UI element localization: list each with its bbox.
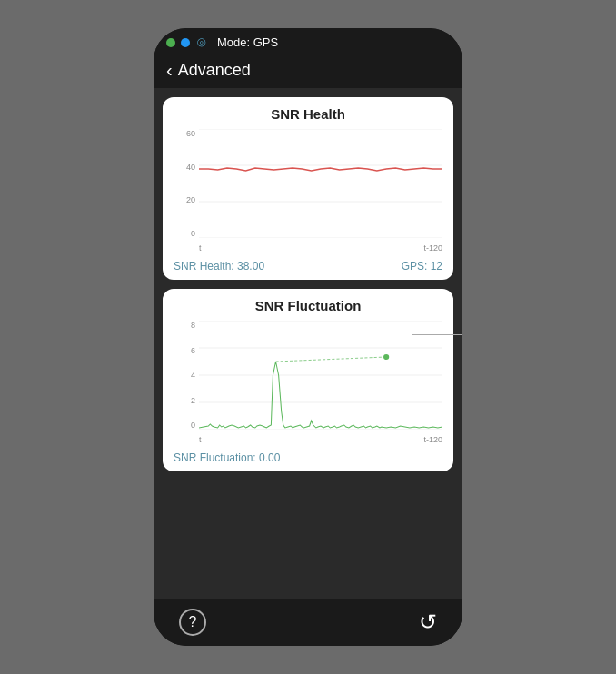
snr-fluctuation-wrapper: SNR Fluctuation 8 6 4 2 0 — [163, 289, 453, 471]
svg-line-9 — [276, 357, 387, 362]
back-chevron-icon: ‹ — [166, 60, 173, 81]
x-label-t120: t-120 — [423, 243, 442, 253]
bottom-bar: ? ↺ — [154, 599, 462, 646]
snr-fluctuation-svg — [199, 321, 442, 430]
svg-point-10 — [383, 354, 389, 360]
bluetooth-icon: ⦾ — [197, 36, 206, 49]
mode-text: Mode: GPS — [217, 35, 278, 49]
snr-health-y-labels: 60 40 20 0 — [174, 129, 199, 238]
back-label: Advanced — [178, 61, 251, 80]
y-label-6: 6 — [191, 346, 195, 355]
y-label-60: 60 — [186, 129, 195, 138]
snr-fluctuation-footer-left: SNR Fluctuation: 0.00 — [174, 451, 280, 464]
status-bar: ⦾ Mode: GPS — [154, 28, 462, 56]
x-label-t1202: t-120 — [423, 435, 442, 444]
snr-fluctuation-chart: 8 6 4 2 0 — [174, 321, 442, 448]
snr-health-footer-left: SNR Health: 38.00 — [174, 260, 264, 273]
refresh-button[interactable]: ↺ — [419, 610, 437, 635]
snr-health-footer: SNR Health: 38.00 GPS: 12 — [174, 260, 442, 273]
status-dot-blue — [181, 38, 190, 47]
y-label-0: 0 — [191, 229, 195, 238]
snr-health-footer-right: GPS: 12 — [402, 260, 442, 273]
snr-health-x-labels: t t-120 — [199, 240, 442, 256]
y-label-8: 8 — [191, 321, 195, 330]
snr-fluctuation-x-labels: t t-120 — [199, 431, 442, 448]
back-button[interactable]: ‹ Advanced — [166, 60, 251, 81]
status-dot-green — [166, 38, 175, 47]
x-label-t: t — [199, 243, 202, 253]
snr-fluctuation-y-labels: 8 6 4 2 0 — [174, 321, 199, 430]
snr-health-svg — [199, 129, 442, 238]
snr-fluctuation-footer: SNR Fluctuation: 0.00 — [174, 451, 442, 464]
phone-frame: ⦾ Mode: GPS ‹ Advanced SNR Health 60 40 … — [154, 28, 462, 646]
x-label-t2: t — [199, 435, 202, 444]
snr-health-title: SNR Health — [174, 106, 442, 122]
snr-health-chart: 60 40 20 0 — [174, 129, 442, 256]
content-area: SNR Health 60 40 20 0 — [154, 88, 462, 599]
snr-fluctuation-title: SNR Fluctuation — [174, 298, 442, 313]
y-label-20: 20 — [186, 195, 195, 204]
y-label-40: 40 — [186, 163, 195, 172]
y-label-4: 4 — [191, 371, 195, 380]
snr-health-card: SNR Health 60 40 20 0 — [163, 97, 453, 280]
y-label-2: 2 — [191, 396, 195, 405]
nav-bar: ‹ Advanced — [154, 56, 462, 88]
y-label-0b: 0 — [191, 421, 195, 430]
help-button[interactable]: ? — [179, 609, 206, 636]
snr-fluctuation-card: SNR Fluctuation 8 6 4 2 0 — [163, 289, 453, 471]
